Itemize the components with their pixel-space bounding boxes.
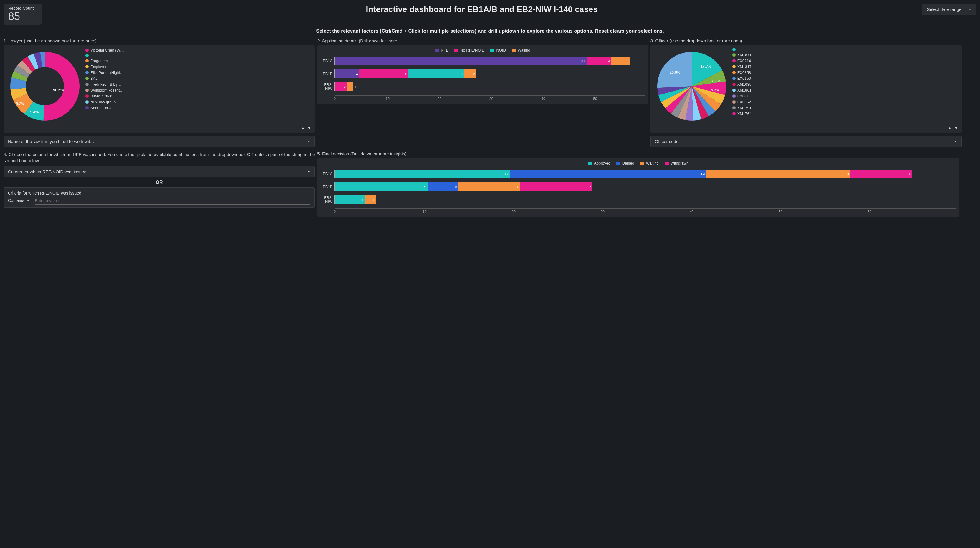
- bar-segment[interactable]: 4: [587, 57, 612, 65]
- legend-item[interactable]: Approved: [588, 161, 611, 165]
- axis-tick: 40: [541, 97, 593, 101]
- legend-item[interactable]: XM1317: [732, 64, 959, 69]
- chevron-down-icon: ▼: [955, 140, 957, 143]
- bar-segment[interactable]: 41: [334, 57, 587, 65]
- bar-segment[interactable]: 1: [366, 195, 376, 204]
- legend-item[interactable]: XM1871: [732, 53, 959, 57]
- legend-swatch: [85, 77, 89, 80]
- legend-item[interactable]: XM1698: [732, 82, 959, 87]
- legend-item[interactable]: EX0150: [732, 76, 959, 81]
- legend-item[interactable]: No RFE/NOID: [454, 48, 484, 52]
- bar-segment[interactable]: 7: [520, 183, 592, 191]
- axis-tick: 60: [867, 210, 956, 214]
- filter-operator-select[interactable]: Contains ▼: [8, 198, 29, 204]
- bar-segment[interactable]: 4: [334, 70, 359, 78]
- or-separator: OR: [3, 180, 315, 185]
- legend-swatch: [732, 106, 736, 110]
- legend-item[interactable]: EX0858: [732, 70, 959, 75]
- legend-item[interactable]: Waiting: [640, 161, 659, 165]
- bar-segment[interactable]: 3: [334, 195, 366, 204]
- legend-item[interactable]: BAL: [85, 76, 312, 81]
- bar-segment[interactable]: 9: [334, 183, 427, 191]
- filter-label: Criteria for which RFE/NOID was issued: [8, 191, 310, 195]
- triangle-up-icon[interactable]: ▲: [301, 125, 305, 130]
- legend-item[interactable]: Victorial Chen (W…: [85, 48, 312, 52]
- bar-segment[interactable]: 2: [334, 83, 347, 91]
- bar-segment[interactable]: 9: [409, 70, 464, 78]
- bar-row[interactable]: EB2-NIW21: [321, 83, 642, 91]
- legend-swatch: [85, 49, 89, 52]
- bar-segment[interactable]: 19: [510, 170, 706, 178]
- officer-pie-chart[interactable]: 26.6% 17.7% 6.3% 6.3%: [654, 48, 730, 124]
- legend-pager[interactable]: ▲ ▼: [6, 125, 312, 130]
- legend-item[interactable]: Ellis Porter (Highl…: [85, 70, 312, 75]
- legend-item[interactable]: EX0011: [732, 94, 959, 98]
- bar-track: 4892: [334, 70, 642, 78]
- legend-item[interactable]: EX0362: [732, 100, 959, 104]
- legend-item[interactable]: NOID: [490, 48, 506, 52]
- bar-track: 4143: [334, 57, 642, 65]
- legend-item[interactable]: XM1764: [732, 111, 959, 116]
- criteria-dropdown[interactable]: Criteria for which RFE/NOID was issued ▼: [3, 166, 315, 178]
- bar-segment[interactable]: 14: [706, 170, 850, 178]
- legend-item[interactable]: [85, 54, 312, 57]
- app-details-title: 2. Application details (Drill down for m…: [317, 38, 648, 43]
- legend-swatch: [732, 48, 736, 51]
- bar-value: 3: [627, 59, 629, 63]
- legend-label: RFE: [441, 48, 449, 52]
- legend-item[interactable]: XM1291: [732, 106, 959, 110]
- triangle-up-icon[interactable]: ▲: [948, 125, 952, 130]
- legend-item[interactable]: Denied: [616, 161, 634, 165]
- final-decision-chart[interactable]: EB1A1719146EB1B9367EB2-NIW31: [320, 168, 956, 204]
- legend-swatch: [732, 53, 736, 57]
- bar-row[interactable]: EB1B4892: [321, 70, 642, 78]
- legend-item[interactable]: RFE: [435, 48, 449, 52]
- bar-segment[interactable]: 1: [347, 83, 353, 91]
- officer-dropdown[interactable]: Officer code ▼: [651, 136, 962, 147]
- legend-item[interactable]: Waiting: [512, 48, 530, 52]
- legend-item[interactable]: XM1861: [732, 88, 959, 92]
- bar-value: 6: [517, 185, 519, 189]
- legend-item[interactable]: Withdrawn: [665, 161, 689, 165]
- legend-swatch: [732, 59, 736, 62]
- bar-row[interactable]: EB1A4143: [321, 57, 642, 65]
- legend-item[interactable]: [732, 48, 959, 51]
- bar-value: 9: [461, 72, 463, 76]
- bar-row[interactable]: EB1A1719146: [321, 170, 953, 178]
- lawyer-donut-chart[interactable]: 50.6% 9.4% 8.2%: [6, 48, 83, 124]
- legend-item[interactable]: Employer: [85, 64, 312, 69]
- legend-label: No RFE/NOID: [460, 48, 484, 52]
- lawyer-dropdown[interactable]: Name of the law firm you hired to work w…: [3, 136, 315, 147]
- legend-swatch: [732, 89, 736, 92]
- axis-tick: 10: [423, 210, 512, 214]
- bar-segment[interactable]: 17: [334, 170, 510, 178]
- record-count-value: 85: [8, 11, 37, 22]
- legend-item[interactable]: Wolfsdorf Rosent…: [85, 88, 312, 92]
- bar-value: 1: [354, 85, 356, 89]
- bar-segment[interactable]: 6: [850, 170, 912, 178]
- chevron-down-icon: ▼: [969, 8, 972, 11]
- legend-item[interactable]: David Zitzkat: [85, 94, 312, 98]
- app-details-chart[interactable]: EB1A4143EB1B4892EB2-NIW21: [320, 55, 645, 91]
- triangle-down-icon[interactable]: ▼: [307, 125, 312, 130]
- bar-segment[interactable]: 6: [458, 183, 520, 191]
- bar-value: 2: [473, 72, 475, 76]
- bar-value: 7: [589, 185, 591, 189]
- bar-segment[interactable]: 3: [428, 183, 458, 191]
- legend-swatch: [512, 49, 516, 52]
- triangle-down-icon[interactable]: ▼: [954, 125, 959, 130]
- legend-item[interactable]: Shane Parker: [85, 106, 312, 110]
- bar-segment[interactable]: 3: [611, 57, 630, 65]
- axis-tick: 20: [512, 210, 600, 214]
- legend-item[interactable]: Fredrikson & Byr…: [85, 82, 312, 87]
- date-range-select[interactable]: Select date range ▼: [922, 3, 977, 15]
- filter-value-input[interactable]: [35, 198, 310, 205]
- legend-item[interactable]: Fragomen: [85, 59, 312, 63]
- legend-item[interactable]: EX0214: [732, 59, 959, 63]
- bar-segment[interactable]: 2: [464, 70, 476, 78]
- legend-item[interactable]: NPZ law group: [85, 100, 312, 104]
- bar-row[interactable]: EB2-NIW31: [321, 195, 953, 204]
- bar-row[interactable]: EB1B9367: [321, 183, 953, 191]
- bar-segment[interactable]: 8: [359, 70, 409, 78]
- legend-pager[interactable]: ▲ ▼: [654, 125, 959, 130]
